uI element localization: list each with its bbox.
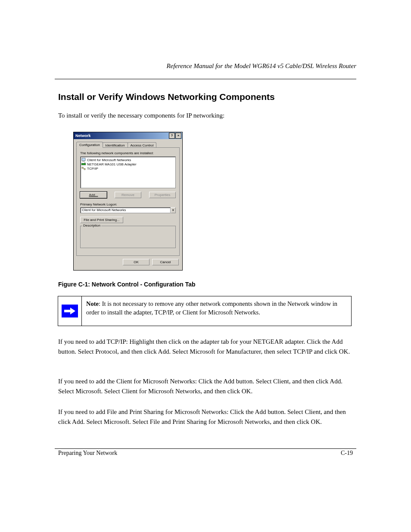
figure-caption: Figure C-1: Network Control - Configurat…: [58, 281, 196, 288]
primary-logon-select[interactable]: Client for Microsoft Networks ▾: [80, 207, 176, 213]
file-print-sharing-button[interactable]: File and Print Sharing...: [80, 217, 123, 223]
client-icon: [81, 158, 86, 162]
description-legend: Description: [82, 224, 101, 227]
list-item[interactable]: NETGEAR MA101 USB Adapter: [81, 162, 174, 166]
titlebar: Network ? ×: [74, 132, 182, 139]
components-list[interactable]: Client for Microsoft Networks NETGEAR MA…: [80, 156, 176, 188]
page-number: C-19: [341, 450, 353, 457]
list-item-label: Client for Microsoft Networks: [87, 158, 131, 162]
paragraph: If you need to add TCP/IP: Highlight the…: [58, 337, 351, 356]
add-button[interactable]: Add...: [80, 192, 107, 198]
section-title: Install or Verify Windows Networking Com…: [58, 92, 275, 102]
svg-rect-2: [81, 163, 86, 165]
svg-rect-3: [84, 162, 85, 163]
note-box: Note: It is not necessary to remove any …: [58, 296, 352, 326]
network-dialog: Network ? × Configuration Identification…: [73, 132, 183, 271]
list-item-label: NETGEAR MA101 USB Adapter: [87, 162, 137, 166]
header-rule: [55, 79, 356, 79]
note-text: Note: It is not necessary to remove any …: [82, 296, 351, 326]
list-item[interactable]: Client for Microsoft Networks: [81, 158, 174, 162]
cancel-button[interactable]: Cancel: [152, 259, 179, 265]
properties-button[interactable]: Properties: [149, 192, 176, 198]
components-label: The following network components are ins…: [80, 151, 176, 155]
ok-button[interactable]: OK: [123, 259, 149, 265]
help-button[interactable]: ?: [169, 133, 175, 139]
chevron-down-icon[interactable]: ▾: [171, 207, 176, 213]
note-body: : It is not necessary to remove any othe…: [86, 300, 337, 316]
adapter-icon: [81, 162, 86, 166]
list-item[interactable]: TCP/IP: [81, 166, 174, 171]
tab-configuration[interactable]: Configuration: [76, 142, 103, 148]
dropdown-value: Client for Microsoft Networks: [80, 207, 171, 213]
footer-section: Preparing Your Network: [58, 450, 117, 457]
remove-button[interactable]: Remove: [115, 192, 141, 198]
dialog-title: Network: [75, 134, 168, 138]
note-icon-cell: [58, 296, 82, 326]
protocol-icon: [81, 166, 86, 171]
note-label: Note: [86, 300, 99, 307]
description-group: Description: [80, 226, 176, 248]
paragraph: If you need to add the Client for Micros…: [58, 376, 351, 396]
svg-rect-0: [82, 158, 85, 161]
footer-rule: [55, 448, 356, 449]
paragraph: If you need to add File and Print Sharin…: [58, 407, 351, 426]
list-item-label: TCP/IP: [87, 167, 98, 171]
logon-label: Primary Network Logon:: [80, 202, 176, 206]
running-header: Reference Manual for the Model WGR614 v5…: [166, 62, 356, 70]
close-button[interactable]: ×: [175, 133, 181, 139]
tab-panel: The following network components are ins…: [76, 147, 180, 256]
section-lead: To install or verify the necessary compo…: [58, 112, 224, 119]
svg-rect-1: [82, 161, 85, 162]
arrow-right-icon: [61, 304, 79, 318]
